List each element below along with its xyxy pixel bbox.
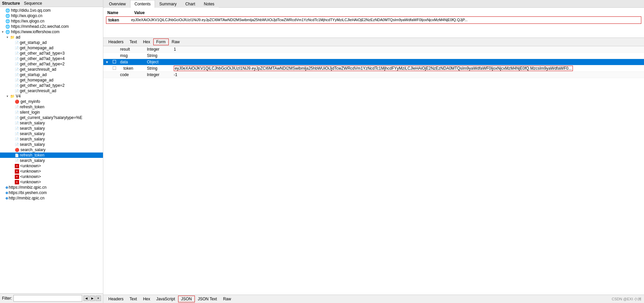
mid-tab-form[interactable]: Form	[153, 39, 169, 45]
tree-item-label: search_salary	[20, 142, 45, 147]
tree-item-item34[interactable]: ⊕https://mmbiz.qpic.cn	[0, 185, 103, 190]
tree-item-label: ad	[16, 35, 20, 40]
mid-tab-headers[interactable]: Headers	[105, 39, 126, 45]
tree-item-item27[interactable]: 🔴search_salary	[0, 147, 103, 153]
mid-tab-raw[interactable]: Raw	[169, 39, 183, 45]
type-cell: Object	[145, 59, 172, 65]
row-checkbox	[111, 53, 118, 59]
page-icon: 📄	[15, 84, 19, 87]
tab-structure[interactable]: Structure	[2, 1, 20, 6]
tree-item-item14[interactable]: 📄get_homepage_ad	[0, 77, 103, 83]
tree-item-item19[interactable]: 📄refresh_token	[0, 104, 103, 110]
mid-tab-hex[interactable]: Hex	[140, 39, 153, 45]
tree-item-item16[interactable]: 📄get_searchresult_ad	[0, 88, 103, 94]
request-header-row: Name Value	[106, 10, 641, 16]
table-row[interactable]: tokenStringeyJ0eXAiOiJKV1QiLCJhbGciOiJIU…	[103, 65, 644, 72]
page-icon: 📄	[15, 137, 19, 141]
tree-item-item17[interactable]: ▼📁V4	[0, 94, 103, 99]
top-tab-summary[interactable]: Summary	[155, 0, 181, 8]
tree-item-item28[interactable]: 📄refresh_token	[0, 153, 103, 158]
tree-item-label: get_searchresult_ad	[20, 88, 56, 93]
bottom-tab-hex[interactable]: Hex	[140, 296, 153, 302]
expand-cell	[103, 53, 111, 59]
tree-item-label: get_searchresult_ad	[20, 67, 56, 72]
tree-item-item33[interactable]: ✕<unknown>	[0, 179, 103, 185]
tree-item-item12[interactable]: 📄get_searchresult_ad	[0, 67, 103, 72]
right-panel: OverviewContentsSummaryChartNotes Name V…	[103, 0, 644, 303]
red-circle-icon: 🔴	[15, 148, 19, 152]
tree-item-item24[interactable]: 📄search_salary	[0, 131, 103, 136]
tree-item-item30[interactable]: ✕<unknown>	[0, 163, 103, 169]
tree-item-item4[interactable]: 🌐https://mmhead.c2c.wechat.com	[0, 24, 103, 29]
tree-item-label: search_salary	[20, 126, 45, 131]
tree-item-label: refresh_token	[20, 105, 44, 109]
value-cell: eyJ0eXAiOiJKV1QiLCJhbGciOiJIUzI1NiJ9.eyJ…	[172, 65, 644, 72]
box-icon	[113, 60, 116, 63]
top-tab-overview[interactable]: Overview	[105, 0, 130, 8]
tree-item-item36[interactable]: ⊕http://mmbiz.qpic.cn	[0, 195, 103, 201]
left-panel: Structure Sequence 🌐http://didu.1vo.qq.c…	[0, 0, 103, 303]
table-row[interactable]: msgString	[103, 53, 644, 59]
top-tab-notes[interactable]: Notes	[200, 0, 219, 8]
red-x-icon: ✕	[15, 169, 19, 174]
mid-tab-text[interactable]: Text	[126, 39, 140, 45]
request-area: Name Value token eyJ0eXAiOiJKV1QiLCJhbGc…	[103, 8, 644, 38]
tree-item-item18[interactable]: 🔴get_myinfo	[0, 99, 103, 104]
tree-item-item6[interactable]: ▼📁ad	[0, 35, 103, 40]
tree-item-label: get_homepage_ad	[20, 46, 53, 50]
row-collapse-icon: ▼	[105, 60, 109, 64]
tab-sequence[interactable]: Sequence	[24, 1, 42, 6]
tree-item-item10[interactable]: 📄get_other_ad?ad_type=4	[0, 56, 103, 61]
tree-item-item29[interactable]: 📄search_salary	[0, 158, 103, 163]
page-icon: 📄	[15, 73, 19, 77]
bottom-tab-text[interactable]: Text	[126, 296, 140, 302]
page-icon: 📄	[15, 127, 19, 130]
expand-cell	[103, 46, 111, 53]
tree-item-item21[interactable]: 📄get_current_salary?salarytype=%E	[0, 115, 103, 120]
tree-item-item1[interactable]: 🌐http://didu.1vo.qq.com	[0, 8, 103, 13]
table-row[interactable]: codeInteger-1	[103, 72, 644, 78]
name-cell: result	[118, 46, 145, 53]
row-checkbox	[111, 46, 118, 53]
page-icon: 📄	[15, 132, 19, 136]
tree-item-item31[interactable]: ✕<unknown>	[0, 169, 103, 174]
filter-next-button[interactable]: ▶	[90, 296, 95, 301]
tree-item-item13[interactable]: 📄get_startup_ad	[0, 72, 103, 77]
bottom-tab-raw[interactable]: Raw	[220, 296, 234, 302]
tree-item-item15[interactable]: 📄get_other_ad?ad_type=2	[0, 83, 103, 88]
filter-input[interactable]	[13, 295, 82, 302]
tree-item-item22[interactable]: 📄search_salary	[0, 120, 103, 126]
tree-item-item32[interactable]: ✕<unknown>	[0, 174, 103, 179]
table-row[interactable]: ▼dataObject	[103, 59, 644, 65]
bottom-tab-javascript[interactable]: JavaScript	[153, 296, 178, 302]
tree-item-item25[interactable]: 📄search_salary	[0, 136, 103, 142]
type-cell: Integer	[145, 46, 172, 53]
filter-prev-button[interactable]: ◀	[84, 296, 89, 301]
tree-item-item8[interactable]: 📄get_homepage_ad	[0, 45, 103, 51]
globe-icon: 🌐	[5, 30, 10, 34]
tree-item-item3[interactable]: 🌐https://wx.qlogo.cn	[0, 18, 103, 24]
tree-item-item2[interactable]: 🌐http://wx.qlogo.cn	[0, 13, 103, 18]
tree-item-item7[interactable]: 📄get_startup_ad	[0, 40, 103, 45]
tree-item-label: http://didu.1vo.qq.com	[11, 8, 51, 13]
table-row[interactable]: resultInteger1	[103, 46, 644, 53]
tree-item-item5[interactable]: ▼🌐https://www.ioffershow.com	[0, 29, 103, 35]
expand-icon: ▼	[6, 95, 9, 98]
bottom-tab-json[interactable]: JSON	[178, 296, 195, 302]
tree-item-item11[interactable]: 📄get_other_ad?ad_type=2	[0, 61, 103, 67]
bottom-tab-headers[interactable]: Headers	[105, 296, 126, 302]
tree-item-item35[interactable]: ⊕https://bi.yeshen.com	[0, 190, 103, 195]
top-tab-contents[interactable]: Contents	[130, 0, 155, 8]
tree-item-item9[interactable]: 📄get_other_ad?ad_type=3	[0, 51, 103, 56]
bottom-tab-json-text[interactable]: JSON Text	[195, 296, 220, 302]
tree-item-item20[interactable]: 📄silent_login	[0, 110, 103, 115]
tree-item-item23[interactable]: 📄search_salary	[0, 126, 103, 131]
left-tree: 🌐http://didu.1vo.qq.com🌐http://wx.qlogo.…	[0, 7, 103, 293]
red-circle-icon: 🔴	[15, 100, 19, 104]
filter-clear-button[interactable]: ✕	[96, 296, 101, 301]
tree-item-label: get_myinfo	[20, 99, 40, 104]
top-tab-chart[interactable]: Chart	[181, 0, 199, 8]
tree-item-item26[interactable]: 📄search_salary	[0, 142, 103, 147]
tree-item-label: https://wx.qlogo.cn	[11, 19, 44, 23]
expand-cell: ▼	[103, 59, 111, 65]
